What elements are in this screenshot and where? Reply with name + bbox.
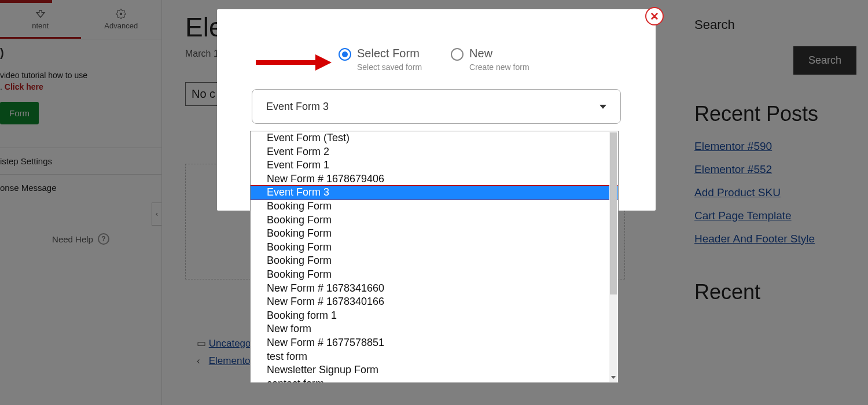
recent-post-link[interactable]: Elementor #552 xyxy=(694,163,856,176)
editor-left-panel: ntent Advanced ) video tutorial how to u… xyxy=(0,0,162,405)
radio-icon xyxy=(339,48,351,61)
need-help-label: Need Help xyxy=(52,234,93,244)
dropdown-option[interactable]: Booking Form xyxy=(251,200,618,213)
dropdown-option[interactable]: New Form # 1678340166 xyxy=(251,295,618,309)
form-button[interactable]: Form xyxy=(0,102,39,124)
recent-posts-list: Elementor #590 Elementor #552 Add Produc… xyxy=(694,140,856,245)
recent-post-link[interactable]: Add Product SKU xyxy=(694,186,856,199)
dropdown-option[interactable]: New form xyxy=(251,322,618,336)
recent-post-link[interactable]: Cart Page Template xyxy=(694,209,856,222)
tab-content[interactable]: ntent xyxy=(0,3,81,39)
tab-advanced-label: Advanced xyxy=(104,21,138,30)
chevron-left-icon: ‹ xyxy=(197,355,206,367)
panel-tabs: ntent Advanced xyxy=(0,3,161,39)
dropdown-option[interactable]: Booking Form xyxy=(251,213,618,227)
radio-select-title: Select Form xyxy=(357,47,422,60)
search-label: Search xyxy=(694,17,856,32)
close-icon[interactable]: ✕ xyxy=(645,7,664,25)
radio-new-subtitle: Create new form xyxy=(469,62,529,72)
dropdown-option[interactable]: Event Form 2 xyxy=(251,145,618,159)
form-options-listbox[interactable]: Event Form (Test)Event Form 2Event Form … xyxy=(250,131,619,383)
no-content-box: No c xyxy=(185,82,222,106)
radio-select-form[interactable]: Select Form Select saved form xyxy=(339,47,422,72)
dropdown-option[interactable]: New Form # 1678679406 xyxy=(251,172,618,186)
scrollbar[interactable] xyxy=(609,132,617,382)
help-icon: ? xyxy=(98,233,109,245)
dropdown-option[interactable]: contact form xyxy=(251,377,618,382)
dropdown-option[interactable]: Event Form 3 xyxy=(251,186,618,200)
recent-post-link[interactable]: Elementor #590 xyxy=(694,140,856,153)
recent-posts-heading: Recent Posts xyxy=(694,102,856,126)
recent-post-link[interactable]: Header And Footer Style xyxy=(694,233,856,245)
tutorial-text: video tutorial how to use . Click here xyxy=(0,60,161,98)
radio-icon xyxy=(451,48,464,61)
dropdown-option[interactable]: New Form # 1678341660 xyxy=(251,282,618,296)
dropdown-option[interactable]: test form xyxy=(251,350,618,364)
svg-point-0 xyxy=(120,13,123,16)
selected-value: Event Form 3 xyxy=(266,101,329,113)
dropdown-option[interactable]: Booking Form xyxy=(251,254,618,268)
dropdown-option[interactable]: New Form # 1677578851 xyxy=(251,336,618,350)
chevron-down-icon xyxy=(599,105,606,109)
scroll-thumb[interactable] xyxy=(610,132,617,294)
accordion-multistep[interactable]: istep Settings xyxy=(0,148,161,174)
radio-select-subtitle: Select saved form xyxy=(357,62,422,72)
folder-icon: ▭ xyxy=(197,337,206,349)
dropdown-option[interactable]: Newsletter Signup Form xyxy=(251,363,618,377)
dropdown-option[interactable]: Booking Form xyxy=(251,241,618,255)
search-button[interactable]: Search xyxy=(793,46,856,75)
radio-new-title: New xyxy=(469,47,529,60)
panel-collapse-handle[interactable]: ‹ xyxy=(152,203,162,226)
dropdown-option[interactable]: Event Form (Test) xyxy=(251,131,618,145)
svg-marker-2 xyxy=(315,54,332,71)
form-select-dropdown[interactable]: Event Form 3 xyxy=(252,89,621,124)
tab-advanced[interactable]: Advanced xyxy=(81,3,162,39)
accordion-response[interactable]: onse Message xyxy=(0,174,161,201)
tab-content-label: ntent xyxy=(32,21,49,30)
dropdown-option[interactable]: Booking Form xyxy=(251,227,618,241)
dropdown-option[interactable]: Booking Form xyxy=(251,268,618,282)
red-arrow-annotation xyxy=(253,52,334,73)
dropdown-option[interactable]: Event Form 1 xyxy=(251,159,618,172)
scroll-down-icon[interactable] xyxy=(609,373,617,382)
recent-heading-partial: Recent xyxy=(694,280,856,304)
radio-new-form[interactable]: New Create new form xyxy=(451,47,529,72)
dropdown-option[interactable]: Booking form 1 xyxy=(251,309,618,323)
click-here-link[interactable]: Click here xyxy=(5,82,43,91)
right-sidebar: Search Search Recent Posts Elementor #59… xyxy=(683,0,868,405)
need-help-row[interactable]: Need Help ? xyxy=(0,224,161,254)
